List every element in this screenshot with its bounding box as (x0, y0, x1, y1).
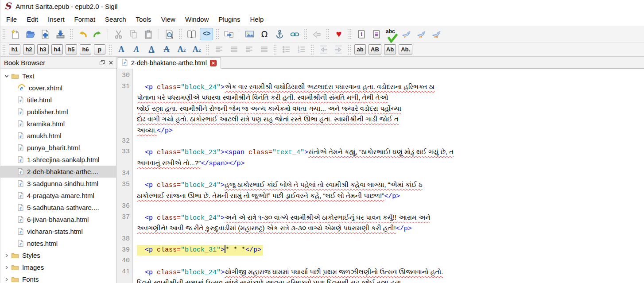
find-replace-icon[interactable] (163, 28, 176, 40)
menu-help[interactable]: Help (245, 14, 268, 25)
insert-image-icon[interactable] (243, 28, 256, 40)
tree-file-notes-html[interactable]: enotes.html (0, 237, 116, 249)
goose-check-1-icon[interactable] (400, 28, 413, 40)
code-view-icon[interactable]: <> (200, 28, 213, 40)
code-line-text[interactable] (133, 136, 137, 147)
code-line-text[interactable]: દોઢ વાગી ગયો હતો. ઠાકોરભાઈ આટલી રાત્રે પ… (133, 114, 399, 125)
tab-2-deh-bhaktane-arthe[interactable]: e 2-deh-bhaktane-arthe.html (117, 57, 221, 69)
code-line-text[interactable]: જોઈ રહ્યા હતા. સ્વામીશ્રીને રોજની જેમ જ … (133, 103, 401, 114)
code-editor[interactable]: 3031 <p class="block_24">એક વાર સ્વામીશ્… (116, 69, 644, 283)
menu-plugins[interactable]: Plugins (213, 14, 245, 25)
spellcheck-icon[interactable]: abc (384, 28, 398, 40)
tree-file-cover-xhtml[interactable]: ecover.xhtml (0, 82, 116, 94)
chevron-down-icon[interactable] (3, 74, 10, 78)
titlecase-button[interactable]: Ab (384, 44, 396, 54)
open-file-icon[interactable] (23, 28, 37, 40)
code-line-text[interactable]: પોતાના ઘરે પધરામણીએ પધારવા સ્વામીશ્રીને … (133, 92, 388, 103)
save-icon[interactable] (54, 28, 67, 40)
code-line-text[interactable]: ઠાકોરભાઈ સાંજના ઊભા છે. તેમની સામું તો જ… (133, 190, 400, 202)
bold-icon[interactable]: A (115, 43, 128, 56)
code-line-text[interactable]: દિવસે સ્વામીશ્રીની સભામાં ઉત્સવ સાંજે સા… (133, 277, 401, 283)
chevron-right-icon[interactable] (3, 277, 10, 282)
menu-view[interactable]: View (156, 14, 180, 25)
italic-icon[interactable]: A (130, 43, 143, 56)
code-line-text[interactable] (133, 168, 137, 179)
code-line-text[interactable]: અવગણીને! આવી જ રીતે કુરુદુવાડીમાં (મહારા… (133, 223, 412, 234)
table-of-contents-icon[interactable] (369, 28, 383, 40)
metadata-editor-icon[interactable]: i (354, 28, 368, 40)
code-segment: "block_24" (181, 269, 221, 276)
tree-file-title-html[interactable]: etitle.html (0, 94, 116, 106)
heading-1-button[interactable]: h1 (9, 44, 20, 54)
menu-tools[interactable]: Tools (131, 14, 156, 25)
heading-2-button[interactable]: h2 (23, 44, 35, 54)
tree-file-6-jivan-bhavana-html[interactable]: e6-jivan-bhavana.html (0, 213, 116, 225)
tree-file-1-shreejina-sankalp-html[interactable]: e1-shreejina-sankalp.html (0, 154, 116, 166)
code-line-text[interactable]: આવ્યા.</p> (133, 125, 173, 136)
anchor-icon[interactable] (273, 28, 286, 40)
chevron-right-icon[interactable] (3, 253, 10, 258)
menu-insert[interactable]: Insert (43, 14, 70, 25)
code-line-text[interactable] (133, 201, 137, 212)
menu-search[interactable]: Search (100, 14, 131, 25)
strikethrough-icon[interactable]: A (160, 43, 173, 56)
line-number: 38 (116, 234, 133, 245)
tree-file-amukh-html[interactable]: eamukh.html (0, 130, 116, 142)
heading-3-button[interactable]: h3 (37, 44, 49, 54)
book-view-icon[interactable] (185, 28, 198, 40)
chevron-right-icon[interactable] (3, 265, 10, 270)
underline-icon[interactable]: A (145, 43, 158, 56)
redo-icon[interactable] (91, 28, 104, 40)
code-line-text[interactable]: <p class="block_24">હજુ ઠાકોરભાઈ કાંઈ બો… (133, 179, 423, 190)
tree-file-punya-bharit-html[interactable]: epunya_bharit.html (0, 142, 116, 154)
tree-file-publisher-html[interactable]: epublisher.html (0, 106, 116, 118)
tree-file-3-sadgunna-sindhu-html[interactable]: e3-sadgunna-sindhu.html (0, 178, 116, 190)
code-line-text[interactable] (133, 234, 137, 245)
code-line-text[interactable]: <p class="block_24">એક વાર સ્વામીશ્રી વા… (133, 81, 435, 93)
undo-icon[interactable] (76, 28, 89, 40)
tree-folder-text[interactable]: Text (0, 70, 116, 82)
insert-link-icon[interactable] (288, 28, 301, 40)
menu-file[interactable]: File (1, 14, 22, 25)
tree-folder-fonts[interactable]: Fonts (0, 273, 116, 283)
uppercase-button[interactable]: AB (369, 44, 381, 54)
close-tab-icon[interactable] (210, 60, 217, 66)
tree-file-2-deh-bhaktane-arthe[interactable]: e2-deh-bhaktane-arthe.... (0, 166, 116, 178)
special-character-icon[interactable]: Ω (258, 28, 271, 40)
heading-6-button[interactable]: h6 (80, 44, 91, 54)
lowercase-button[interactable]: ab (354, 44, 366, 54)
new-file-icon[interactable] (8, 28, 22, 40)
tree-file-5-sadhutana-sathvare[interactable]: e5-sadhutana-sathvare.... (0, 202, 116, 213)
goose-check-3-icon[interactable] (430, 28, 443, 40)
menu-format[interactable]: Format (70, 14, 101, 25)
paragraph-button[interactable]: p (94, 44, 105, 54)
tree-folder-styles[interactable]: Styles (0, 249, 116, 261)
code-line-text[interactable]: <p class="block_24">અને એ રાત્રે ૧-૩૦ વા… (133, 212, 431, 223)
tree-file-vicharan-stats-html[interactable]: evicharan-stats.html (0, 225, 116, 237)
tree-file-4-pragatya-amare-html[interactable]: e4-pragatya-amare.html (0, 190, 116, 202)
goose-check-2-icon[interactable] (415, 28, 428, 40)
heading-5-button[interactable]: h5 (66, 44, 77, 54)
split-section-icon[interactable] (222, 28, 235, 40)
tree-file-kramika-html[interactable]: ekramika.html (0, 118, 116, 130)
code-line-text[interactable]: આવવાનું રાખીએ તો...?”</span></p> (133, 158, 244, 169)
heading-4-button[interactable]: h4 (51, 44, 63, 54)
code-line-text[interactable]: <p class="block_23"><span class="text_4"… (133, 147, 454, 158)
menu-edit[interactable]: Edit (22, 14, 43, 25)
code-line-text[interactable] (133, 256, 137, 267)
add-existing-file-icon[interactable] (39, 28, 52, 40)
tree-folder-images[interactable]: Images (0, 261, 116, 273)
code-line-text[interactable] (133, 70, 137, 81)
close-panel-icon[interactable] (109, 60, 113, 65)
propercase-button[interactable]: Ab. (399, 44, 412, 54)
superscript-icon[interactable]: A2 (190, 43, 203, 56)
float-panel-icon[interactable] (99, 60, 105, 66)
code-segment: > (221, 246, 225, 254)
book-browser-title: Book Browser (4, 59, 45, 66)
donate-icon[interactable]: ♥ (332, 28, 345, 40)
code-line: ઠાકોરભાઈ સાંજના ઊભા છે. તેમની સામું તો જ… (116, 190, 644, 202)
code-line-text[interactable]: <p class="block_24">યોગીજી મહારાજ ધામમાં… (133, 267, 443, 278)
subscript-icon[interactable]: A2 (175, 43, 188, 56)
code-line-text[interactable]: <p class="block_31">* * *</p> (133, 245, 263, 256)
menu-window[interactable]: Window (180, 14, 213, 25)
